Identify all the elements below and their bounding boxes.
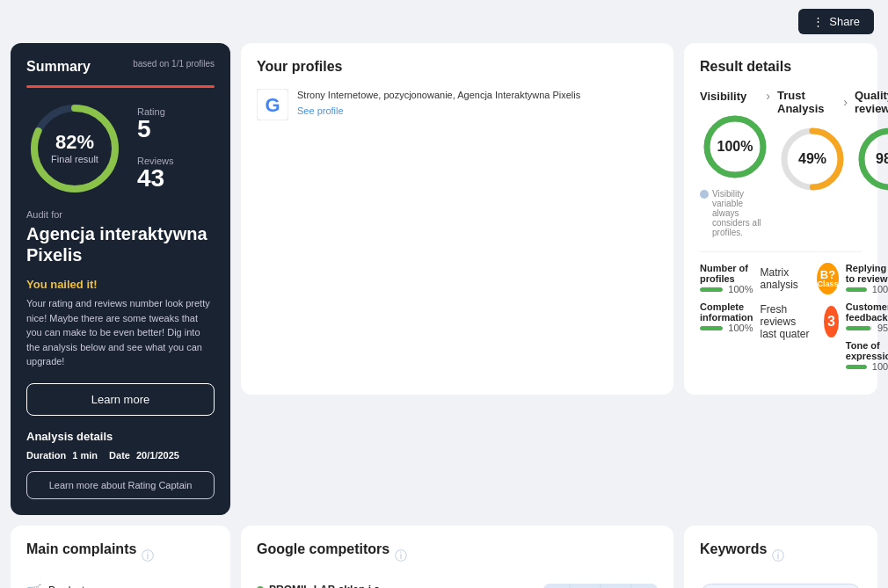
quality-title: Quality of reviews: [855, 89, 888, 115]
visibility-percent: 100%: [717, 139, 753, 155]
rating-reviews: Rating 5 Reviews 43: [137, 106, 174, 191]
customer-feedback-stat: Customer feedback 95%: [846, 301, 888, 333]
date-value: 20/1/2025: [136, 450, 179, 461]
profiles-title: Your profiles: [257, 59, 658, 75]
svg-text:G: G: [265, 94, 280, 116]
competitors-info-icon: ⓘ: [395, 548, 407, 564]
main-grid: Summary based on 1/1 profiles 82% Final …: [0, 43, 888, 526]
product-label: Product: [48, 584, 84, 589]
see-profile-link[interactable]: See profile: [297, 105, 344, 116]
visibility-note: Visibility variable always considers all…: [700, 189, 770, 237]
complaint-product: 🛒 Product 0%: [26, 584, 215, 589]
trust-title: Trust Analysis: [777, 89, 843, 115]
complaints-info-icon: ⓘ: [142, 548, 154, 564]
info-dot-icon: [700, 190, 709, 199]
audit-for-label: Audit for: [26, 209, 215, 220]
profile-item: G Strony Internetowe, pozycjonowanie, Ag…: [257, 89, 658, 120]
num-profiles-stat: Number of profiles 100%: [700, 263, 753, 294]
visibility-chevron[interactable]: ›: [766, 89, 770, 103]
right-stats: Replying to reviews 100% Customer feedba…: [846, 263, 888, 379]
based-on-text: based on 1/1 profiles: [133, 59, 215, 69]
competitors-inner: PROMIL-LAB sklep i s... ★ 4.9 💬 789 Serw…: [257, 584, 658, 589]
rating-stat: Rating 5: [137, 106, 174, 142]
result-details-title: Result details: [700, 59, 862, 75]
visibility-donut: 100%: [700, 112, 770, 182]
visibility-title: Visibility: [700, 90, 746, 103]
left-stats: Number of profiles 100% Complete informa…: [700, 263, 753, 379]
top-bar: ⋮ Share: [0, 0, 888, 43]
trust-section: Trust Analysis › 49%: [777, 89, 848, 237]
keywords-info-icon: ⓘ: [772, 548, 784, 564]
competitor-1-name: PROMIL-LAB sklep i s...: [269, 584, 389, 589]
keywords-card: Keywords ⓘ 👍 profesjonalne pod... 👍 bard…: [684, 526, 877, 589]
quality-percent: 98%: [876, 151, 888, 167]
matrix-section: Matrix analysis B? Class Fresh reviews l…: [761, 263, 839, 379]
competitors-list: PROMIL-LAB sklep i s... ★ 4.9 💬 789 Serw…: [257, 584, 535, 589]
result-top-row: Visibility › 100% Visibility variable al…: [700, 89, 862, 237]
score-circle: 82% Final result: [26, 100, 123, 197]
complaints-title: Main complaints: [26, 541, 136, 557]
keyword-tag-1: 👍 profesjonalne pod...: [700, 584, 862, 589]
analysis-meta: Duration 1 min Date 20/1/2025: [26, 450, 215, 461]
fresh-reviews-row: Fresh reviews last quater 3: [761, 303, 839, 340]
share-icon: ⋮: [812, 15, 824, 28]
score-percent: 82%: [51, 133, 98, 152]
quality-section: Quality of reviews › 98%: [855, 89, 888, 237]
quality-donut: 98%: [855, 124, 888, 194]
matrix-badge: B? Class: [817, 263, 839, 294]
reviews-stat: Reviews 43: [137, 156, 174, 191]
result-bottom-row: Number of profiles 100% Complete informa…: [700, 251, 862, 379]
fresh-reviews-badge: 3: [824, 306, 839, 338]
complaints-card: Main complaints ⓘ 🛒 Product 0% 🚚 Deliver…: [11, 526, 230, 589]
final-result-label: Final result: [51, 154, 98, 164]
profile-description: Strony Internetowe, pozycjonowanie, Agen…: [297, 89, 580, 102]
profiles-card: Your profiles G Strony Internetowe, pozy…: [241, 43, 673, 395]
product-icon: 🛒: [26, 584, 41, 589]
nailed-description: Your rating and reviews number look pret…: [26, 296, 215, 369]
google-logo-icon: G: [257, 89, 288, 120]
competitor-1: PROMIL-LAB sklep i s... ★ 4.9 💬 789: [257, 584, 535, 589]
summary-title: Summary: [26, 59, 91, 75]
complete-info-stat: Complete information 100%: [700, 301, 753, 333]
duration-label: Duration: [26, 450, 66, 461]
competitor-map: Tendenc...: [543, 584, 658, 589]
summary-header: Summary based on 1/1 profiles: [26, 59, 215, 75]
competitors-title: Google competitors: [257, 541, 389, 557]
competitors-card: Google competitors ⓘ PROMIL-LAB sklep i …: [241, 526, 673, 589]
learn-more-rating-button[interactable]: Learn more about Rating Captain: [26, 471, 215, 499]
matrix-analysis-row: Matrix analysis B? Class: [761, 263, 839, 294]
share-button[interactable]: ⋮ Share: [798, 9, 874, 34]
red-line: [26, 85, 215, 88]
tone-stat: Tone of expression 100%: [846, 340, 888, 372]
bottom-grid: Main complaints ⓘ 🛒 Product 0% 🚚 Deliver…: [0, 526, 888, 589]
company-name: Agencja interaktywna Pixelis: [26, 223, 215, 265]
nailed-it-text: You nailed it!: [26, 278, 215, 291]
score-circle-text: 82% Final result: [51, 133, 98, 164]
learn-more-button[interactable]: Learn more: [26, 383, 215, 416]
analysis-details-title: Analysis details: [26, 430, 215, 443]
trust-percent: 49%: [798, 151, 826, 167]
keywords-title: Keywords: [700, 541, 767, 557]
fresh-reviews-label: Fresh reviews last quater: [761, 303, 816, 340]
replying-stat: Replying to reviews 100%: [846, 263, 888, 294]
visibility-section: Visibility › 100% Visibility variable al…: [700, 89, 770, 237]
score-section: 82% Final result Rating 5 Reviews 43: [26, 100, 215, 197]
trust-chevron[interactable]: ›: [843, 95, 848, 109]
result-details-card: Result details Visibility › 100%: [684, 43, 877, 395]
date-label: Date: [109, 450, 130, 461]
matrix-analysis-label: Matrix analysis: [761, 266, 809, 291]
summary-card: Summary based on 1/1 profiles 82% Final …: [11, 43, 230, 515]
duration-value: 1 min: [72, 450, 98, 461]
trust-donut: 49%: [777, 124, 848, 194]
